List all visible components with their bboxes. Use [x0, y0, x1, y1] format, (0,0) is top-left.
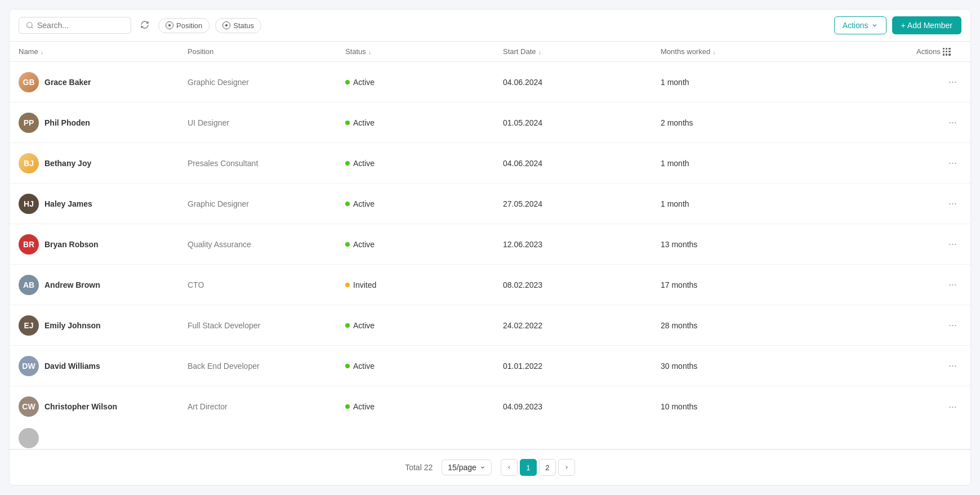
table-row: AB Andrew Brown CTO Invited 08.02.2023 1… [10, 265, 970, 305]
partial-name-cell [19, 428, 188, 448]
months-cell: 1 month [661, 199, 916, 208]
per-page-chevron-icon [480, 465, 485, 470]
start-date-sort-icon: ↓ [538, 48, 542, 55]
header-name[interactable]: Name ↓ [19, 47, 188, 56]
row-actions-button[interactable]: ··· [944, 114, 961, 131]
toolbar-right: Actions + Add Member [834, 16, 961, 34]
row-actions-button[interactable]: ··· [944, 277, 961, 293]
status-label: Active [353, 118, 375, 127]
status-label: Active [353, 199, 375, 208]
table-body: GB Grace Baker Graphic Designer Active 0… [10, 62, 970, 427]
status-label: Active [353, 159, 375, 168]
row-actions-button[interactable]: ··· [944, 74, 961, 90]
status-filter-button[interactable]: Status [215, 18, 261, 33]
member-name: Bryan Robson [44, 240, 99, 249]
member-name: Grace Baker [44, 78, 91, 87]
row-actions-cell: ··· [916, 277, 961, 293]
filter-position-icon [166, 21, 173, 29]
name-cell: BR Bryan Robson [19, 234, 188, 255]
add-member-button[interactable]: + Add Member [892, 16, 961, 34]
search-icon [26, 21, 34, 29]
date-cell: 04.09.2023 [503, 402, 661, 411]
months-cell: 30 months [661, 362, 916, 371]
row-actions-cell: ··· [916, 74, 961, 90]
position-cell: Graphic Designer [188, 78, 345, 87]
avatar: DW [19, 356, 39, 376]
header-status[interactable]: Status ↓ [345, 47, 503, 56]
search-input[interactable] [37, 21, 124, 30]
status-label: Active [353, 362, 375, 371]
next-icon [564, 465, 569, 470]
status-dot [345, 121, 350, 125]
toolbar: Position Status Actions + Add Member [10, 10, 970, 42]
name-cell: DW David Williams [19, 356, 188, 376]
position-filter-button[interactable]: Position [158, 18, 210, 33]
status-dot [345, 364, 350, 368]
row-actions-cell: ··· [916, 236, 961, 252]
row-actions-button[interactable]: ··· [944, 317, 961, 333]
table-row: DW David Williams Back End Developer Act… [10, 346, 970, 386]
row-actions-button[interactable]: ··· [944, 155, 961, 171]
header-status-label: Status [345, 47, 366, 56]
refresh-icon [140, 20, 149, 29]
member-name: Bethany Joy [44, 159, 91, 168]
date-cell: 27.05.2024 [503, 199, 661, 208]
avatar: EJ [19, 315, 39, 336]
status-cell: Active [345, 78, 503, 87]
table-row: PP Phil Phoden UI Designer Active 01.05.… [10, 102, 970, 143]
header-actions: Actions [916, 47, 961, 56]
status-dot [345, 161, 350, 166]
status-dot [345, 404, 350, 409]
member-name: David Williams [44, 362, 100, 371]
name-sort-icon: ↓ [41, 48, 44, 55]
row-actions-cell: ··· [916, 317, 961, 333]
page-1-button[interactable]: 1 [520, 459, 537, 476]
footer: Total 22 15/page 1 2 [10, 449, 970, 485]
header-start-date[interactable]: Start Date ↓ [503, 47, 661, 56]
table-row: GB Grace Baker Graphic Designer Active 0… [10, 62, 970, 102]
header-months-worked[interactable]: Months worked ↓ [661, 47, 916, 56]
row-actions-cell: ··· [916, 399, 961, 415]
months-cell: 1 month [661, 159, 916, 168]
row-actions-button[interactable]: ··· [944, 195, 961, 212]
date-cell: 12.06.2023 [503, 240, 661, 249]
months-cell: 28 months [661, 321, 916, 330]
table-row: BJ Bethany Joy Presales Consultant Activ… [10, 143, 970, 184]
prev-page-button[interactable] [501, 459, 518, 476]
partial-avatar [19, 428, 39, 448]
table-row: EJ Emily Johnson Full Stack Developer Ac… [10, 305, 970, 346]
partial-row [10, 427, 970, 449]
status-dot [345, 242, 350, 247]
status-cell: Active [345, 199, 503, 208]
status-cell: Active [345, 402, 503, 411]
avatar: GB [19, 72, 39, 92]
status-cell: Active [345, 240, 503, 249]
row-actions-button[interactable]: ··· [944, 399, 961, 415]
status-label: Active [353, 78, 375, 87]
row-actions-cell: ··· [916, 195, 961, 212]
header-name-label: Name [19, 47, 38, 56]
date-cell: 01.05.2024 [503, 118, 661, 127]
column-settings-icon[interactable] [943, 48, 951, 56]
date-cell: 04.06.2024 [503, 78, 661, 87]
status-label: Invited [353, 280, 376, 289]
member-name: Emily Johnson [44, 321, 101, 330]
status-cell: Active [345, 159, 503, 168]
per-page-select[interactable]: 15/page [442, 460, 492, 475]
row-actions-button[interactable]: ··· [944, 358, 961, 374]
status-label: Active [353, 240, 375, 249]
header-start-date-label: Start Date [503, 47, 536, 56]
name-cell: AB Andrew Brown [19, 275, 188, 295]
date-cell: 08.02.2023 [503, 280, 661, 289]
page-2-button[interactable]: 2 [539, 459, 556, 476]
name-cell: CW Christopher Wilson [19, 396, 188, 417]
row-actions-cell: ··· [916, 358, 961, 374]
svg-point-0 [27, 23, 32, 28]
header-position[interactable]: Position [188, 47, 345, 56]
chevron-down-icon [871, 22, 878, 29]
actions-dropdown-button[interactable]: Actions [834, 16, 887, 34]
refresh-button[interactable] [137, 17, 153, 34]
row-actions-button[interactable]: ··· [944, 236, 961, 252]
next-page-button[interactable] [558, 459, 575, 476]
per-page-value: 15/page [448, 463, 476, 472]
